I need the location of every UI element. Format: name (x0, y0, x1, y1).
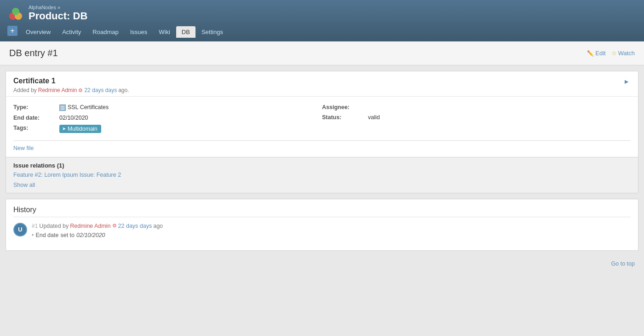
new-file-link[interactable]: New file (13, 145, 34, 151)
db-entry-title: DB entry #1 (9, 48, 58, 58)
updated-by-prefix: Updated by (39, 223, 69, 229)
go-to-top-link[interactable]: Go to top (611, 261, 635, 267)
tag-badge[interactable]: ➤ Multidomain (59, 125, 101, 133)
added-by-prefix: Added by (13, 87, 37, 93)
avatar: U (13, 223, 27, 237)
app-title-area: AlphaNodes » Product: DB (29, 5, 87, 22)
tag-name: Multidomain (68, 126, 98, 132)
history-field-value: 02/10/2020 (76, 232, 105, 238)
history-time-suffix: ago (153, 223, 163, 229)
history-meta: #1 Updated by Redmine Admin ⚙ 22 days da… (32, 223, 631, 229)
tab-overview[interactable]: Overview (20, 26, 56, 38)
tags-value: ➤ Multidomain (59, 125, 101, 133)
history-body: #1 Updated by Redmine Admin ⚙ 22 days da… (32, 223, 631, 238)
history-number: #1 (32, 223, 38, 229)
issue-relations-title: Issue relations (1) (13, 162, 631, 169)
entry-section: ► Certificate 1 Added by Redmine Admin ⚙… (6, 71, 638, 193)
app-logo (7, 5, 24, 22)
history-time-link[interactable]: 22 days days (118, 223, 152, 229)
tab-db[interactable]: DB (176, 26, 196, 38)
type-field-row: Type: ☰SSL Certificates (13, 102, 322, 113)
issue-relations: Issue relations (1) Feature #2: Lorem Ip… (6, 157, 638, 193)
edit-link[interactable]: ✏️ Edit (587, 50, 605, 57)
ssl-type-icon: ☰ (59, 104, 66, 111)
nav-bar: + Overview Activity Roadmap Issues Wiki … (7, 26, 637, 38)
tab-settings[interactable]: Settings (196, 26, 229, 38)
main-content: DB entry #1 ✏️ Edit ☆ Watch ► Certificat… (0, 41, 644, 271)
edit-label: Edit (595, 50, 605, 57)
relation-link-1[interactable]: Feature #2: Lorem Ipsum Issue: Feature 2 (13, 172, 631, 178)
history-author-link[interactable]: Redmine Admin (70, 223, 110, 229)
go-to-top: Go to top (0, 256, 644, 271)
app-header: AlphaNodes » Product: DB + Overview Acti… (0, 0, 644, 41)
entry-time-ago: 22 days (84, 87, 104, 93)
gear-icon: ⚙ (78, 87, 83, 93)
tab-roadmap[interactable]: Roadmap (87, 26, 124, 38)
watch-link[interactable]: ☆ Watch (611, 50, 635, 57)
status-field-row: Status: valid (322, 112, 631, 122)
history-section: History U #1 Updated by Redmine Admin ⚙ … (6, 199, 638, 251)
nav-plus-button[interactable]: + (7, 26, 17, 36)
fields-left: Type: ☰SSL Certificates End date: 02/10/… (13, 102, 322, 135)
entry-author-link[interactable]: Redmine Admin (38, 87, 77, 93)
show-all-link[interactable]: Show all (13, 182, 35, 188)
fields-grid: Type: ☰SSL Certificates End date: 02/10/… (6, 97, 638, 140)
history-title: History (13, 206, 631, 217)
fields-right: Assignee: Status: valid (322, 102, 631, 135)
entry-time-link[interactable]: 22 days days (84, 87, 117, 93)
assignee-field-row: Assignee: (322, 102, 631, 112)
watch-star-icon: ☆ (611, 50, 617, 57)
page-header-bar: DB entry #1 ✏️ Edit ☆ Watch (0, 41, 644, 65)
tab-issues[interactable]: Issues (125, 26, 153, 38)
edit-pencil-icon: ✏️ (587, 50, 594, 57)
history-set-text: set to (60, 232, 75, 238)
tags-label: Tags: (13, 125, 59, 131)
page-title: Product: DB (29, 10, 87, 22)
history-detail: End date set to 02/10/2020 (32, 232, 631, 238)
status-value: valid (368, 114, 380, 121)
entry-title: Certificate 1 (13, 77, 631, 85)
history-field-name: End date (35, 232, 58, 238)
entry-time-suffix: ago. (118, 87, 129, 93)
end-date-value: 02/10/2020 (59, 115, 88, 121)
page-actions: ✏️ Edit ☆ Watch (587, 50, 635, 57)
tags-field-row: Tags: ➤ Multidomain (13, 123, 322, 135)
tab-activity[interactable]: Activity (57, 26, 86, 38)
tag-arrow-icon: ➤ (62, 126, 66, 131)
expand-arrow-icon[interactable]: ► (622, 77, 631, 86)
type-value: ☰SSL Certificates (59, 104, 109, 111)
type-label: Type: (13, 104, 59, 110)
history-entry-1: U #1 Updated by Redmine Admin ⚙ 22 days … (13, 223, 631, 238)
end-date-label: End date: (13, 115, 59, 121)
entry-time-unit: days (105, 87, 117, 93)
watch-label: Watch (618, 50, 635, 57)
history-gear-icon: ⚙ (112, 223, 117, 229)
breadcrumb: AlphaNodes » (29, 5, 87, 10)
tab-wiki[interactable]: Wiki (153, 26, 176, 38)
svg-point-2 (12, 8, 19, 15)
history-time-unit: days (140, 223, 152, 229)
history-time-ago: 22 days (118, 223, 138, 229)
entry-meta: Added by Redmine Admin ⚙ 22 days days ag… (13, 87, 631, 93)
new-file-area: New file (6, 141, 638, 157)
end-date-field-row: End date: 02/10/2020 (13, 113, 322, 123)
status-label: Status: (322, 114, 368, 121)
entry-header: ► Certificate 1 Added by Redmine Admin ⚙… (6, 71, 638, 97)
assignee-label: Assignee: (322, 104, 368, 110)
